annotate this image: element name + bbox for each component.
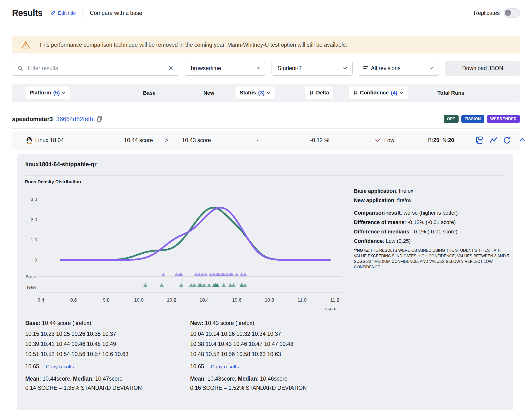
base-values-line: 10.51 10.52 10.54 10.56 10.57 10.6 10.63	[25, 351, 184, 361]
new-stats-column: New: 10.43 score (firefox) 10.04 10.14 1…	[190, 320, 349, 391]
confidence-row: Confidence: Low (0.25)	[354, 236, 510, 246]
header-divider	[83, 8, 83, 18]
result-group-header: speedometer3 36664d82fefb OPT FISSION WE…	[12, 110, 520, 129]
toggle-knob	[505, 10, 511, 16]
subtest-title: linux1804-64-shippable-qr	[25, 161, 96, 168]
copy-revision-button[interactable]	[96, 116, 103, 123]
warning-icon	[21, 40, 30, 49]
test-name: speedometer3	[12, 116, 53, 123]
test-dropdown[interactable]: Student-T	[272, 61, 353, 76]
replicates-toggle[interactable]	[504, 9, 520, 18]
line-chart-icon	[489, 136, 498, 144]
chevron-down-icon	[62, 92, 66, 94]
base-runs-count: 20	[433, 137, 440, 143]
chevron-up-icon	[519, 136, 526, 143]
difference-means-row: Difference of means: -0.12% (-0.01 score…	[354, 217, 510, 227]
svg-text:10.4: 10.4	[200, 297, 209, 303]
difference-medians-row: Difference of medians: -0.1% (-0.01 scor…	[354, 227, 510, 236]
filters-bar: ✕ browsertime Student-T All revisions Do…	[12, 61, 520, 76]
chevron-down-icon	[343, 67, 347, 69]
platform-result-row: Linux 18.04 10.44 score > 10.43 score - …	[12, 131, 520, 150]
new-runs-count: 20	[448, 137, 454, 143]
graph-button[interactable]	[489, 136, 498, 144]
svg-text:Base: Base	[26, 274, 36, 279]
subtests-button[interactable]	[475, 136, 484, 144]
edit-title-button[interactable]: Edit title	[50, 10, 76, 16]
linux-penguin-icon	[26, 136, 33, 144]
delta-sort-chip[interactable]: Delta	[305, 87, 333, 99]
base-application-row: Base application: firefox	[354, 186, 510, 195]
confidence-sort-chip[interactable]: Confidence (4)	[349, 87, 408, 99]
chevron-down-icon	[399, 92, 403, 94]
search-input[interactable]	[28, 65, 168, 72]
base-stddev-row: 0.14 SCORE = 1.35% STANDARD DEVIATION	[25, 385, 184, 391]
svg-text:3.0: 3.0	[31, 197, 37, 202]
base-mean-row: Mean: 10.44score, Median: 10.47score	[25, 376, 184, 382]
new-stats-heading: New: 10.43 score (firefox)	[190, 320, 349, 326]
filter-lines-icon	[363, 66, 368, 70]
edit-title-label: Edit title	[58, 10, 76, 16]
base-copy-results-link[interactable]: Copy results	[46, 364, 74, 370]
status-count: (3)	[258, 90, 265, 96]
runs-density-chart: 01.02.03.0BaseNew9.49.69.810.010.210.410…	[24, 188, 347, 314]
revisions-dropdown[interactable]: All revisions	[358, 61, 439, 76]
download-json-button[interactable]: Download JSON	[445, 61, 520, 76]
svg-text:0: 0	[34, 257, 37, 263]
new-values-line: 10.38 10.4 10.43 10.46 10.47 10.47 10.48	[190, 341, 349, 351]
replicates-label: Replicates	[474, 10, 500, 16]
comparison-result-row: Comparison result: worse (higher is bett…	[354, 208, 510, 217]
new-copy-results-link[interactable]: Copy results	[211, 364, 239, 370]
delta-label: Delta	[316, 90, 329, 96]
svg-text:9.8: 9.8	[103, 297, 110, 303]
platform-filter-chip[interactable]: Platform (5)	[25, 87, 70, 99]
test-selected: Student-T	[277, 65, 302, 72]
base-values-line: 10.39 10.41 10.44 10.46 10.48 10.49	[25, 341, 184, 351]
replicates-control: Replicates	[474, 9, 520, 18]
svg-text:9.4: 9.4	[38, 297, 44, 303]
svg-text:11.2: 11.2	[330, 297, 339, 303]
subtests-tree-icon	[475, 136, 484, 144]
comparison-info-panel: Base application: firefox New applicatio…	[354, 186, 510, 270]
status-label: Status	[240, 90, 256, 96]
new-last-value: 10.65	[190, 363, 204, 370]
platform-name: Linux 18.04	[35, 137, 64, 144]
sort-arrows-icon	[309, 90, 314, 95]
base-values-line: 10.15 10.23 10.25 10.26 10.35 10.37	[25, 331, 184, 341]
sort-arrows-icon	[353, 90, 358, 95]
svg-text:score →: score →	[325, 306, 342, 311]
status-filter-chip[interactable]: Status (3)	[235, 87, 275, 99]
chart-title: Runs Density Distribution	[25, 179, 81, 185]
page-header: Results Edit title Compare with a base R…	[12, 6, 520, 20]
svg-text:9.6: 9.6	[70, 297, 77, 303]
framework-dropdown[interactable]: browsertime	[185, 61, 266, 76]
clear-search-icon[interactable]: ✕	[168, 65, 173, 72]
panel-divider	[25, 175, 505, 176]
base-stats-heading: Base: 10.44 score (firefox)	[25, 320, 184, 326]
base-runs-label: B:	[428, 137, 433, 143]
confidence-label: Confidence	[360, 90, 389, 96]
retrigger-button[interactable]	[503, 136, 511, 144]
tag-list: OPT FISSION WEBRENDER	[444, 115, 520, 123]
regression-chevron-down-icon	[375, 139, 380, 142]
platform-count: (5)	[53, 90, 60, 96]
chevron-down-icon	[429, 67, 433, 69]
base-last-value: 10.65	[25, 363, 39, 370]
svg-text:11.0: 11.0	[297, 297, 306, 303]
column-new: New	[190, 90, 228, 96]
results-table-header: Platform (5) Base New Status (3) Delta C…	[12, 84, 520, 102]
tag-opt: OPT	[444, 115, 459, 123]
new-runs-label: N:	[442, 137, 448, 143]
collapse-row-button[interactable]	[519, 136, 526, 143]
deprecation-warning-banner: This performance comparison technique wi…	[12, 36, 520, 53]
confidence-count: (4)	[391, 90, 398, 96]
tag-webrender: WEBRENDER	[487, 115, 520, 123]
new-score: 10.43 score	[166, 137, 227, 144]
page-title: Results	[12, 8, 43, 18]
svg-text:10.0: 10.0	[134, 297, 143, 303]
search-box: ✕	[12, 61, 179, 76]
confidence-value: Low	[384, 137, 394, 144]
svg-text:10.8: 10.8	[265, 297, 274, 303]
revision-link[interactable]: 36664d82fefb	[56, 116, 93, 123]
total-runs-cell: B:20 N:20	[428, 137, 454, 144]
svg-text:2.0: 2.0	[31, 217, 37, 222]
